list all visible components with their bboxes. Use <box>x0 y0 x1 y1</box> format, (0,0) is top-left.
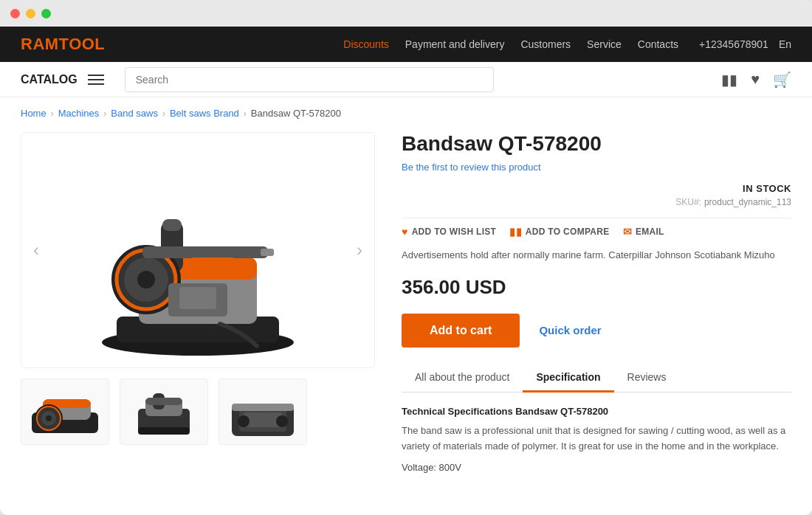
svg-point-8 <box>137 271 155 288</box>
chart-icon[interactable]: ▮▮ <box>721 71 737 89</box>
svg-rect-11 <box>261 249 274 256</box>
search-input[interactable] <box>125 67 494 92</box>
product-info: Bandsaw QT-578200 Be the first to review… <box>402 132 791 476</box>
thumbnail-2[interactable] <box>120 379 208 445</box>
compare-action[interactable]: ▮▮ ADD TO COMPARE <box>509 226 609 238</box>
wishlist-label: ADD TO WISH LIST <box>412 227 497 237</box>
spec-voltage: Voltage: 800V <box>402 460 791 476</box>
thumbnail-1[interactable] <box>21 379 109 445</box>
heart-icon: ♥ <box>402 226 408 238</box>
secondary-navbar: CATALOG ▮▮ ♥ 🛒 <box>0 62 812 97</box>
cart-icon[interactable]: 🛒 <box>773 71 791 89</box>
nav-link-service[interactable]: Service <box>587 38 622 50</box>
breadcrumb: Home › Machines › Band saws › Belt saws … <box>21 108 791 119</box>
catalog-button[interactable]: CATALOG <box>21 73 104 86</box>
product-title: Bandsaw QT-578200 <box>402 132 791 156</box>
product-images: ‹ <box>21 132 375 476</box>
wishlist-icon[interactable]: ♥ <box>751 71 760 88</box>
button-row: Add to cart Quick order <box>402 314 791 348</box>
compare-label: ADD TO COMPARE <box>526 227 610 237</box>
titlebar <box>0 0 812 27</box>
product-tabs: All about the product Specification Revi… <box>402 364 791 393</box>
logo: RAMTOOL <box>21 35 105 54</box>
svg-point-31 <box>238 415 250 427</box>
product-area: ‹ <box>21 132 791 476</box>
svg-point-32 <box>276 415 288 427</box>
product-price: 356.00 USD <box>402 276 791 299</box>
breadcrumb-home[interactable]: Home <box>21 108 47 119</box>
spec-title: Technical Specifications Bandsaw QT-5782… <box>402 404 791 420</box>
sep3: › <box>162 108 165 119</box>
sep4: › <box>244 108 247 119</box>
compare-icon: ▮▮ <box>509 226 522 238</box>
svg-rect-12 <box>190 258 235 272</box>
svg-rect-14 <box>179 287 216 309</box>
add-to-cart-button[interactable]: Add to cart <box>402 314 520 348</box>
sep2: › <box>103 108 106 119</box>
minimize-dot[interactable] <box>26 9 35 18</box>
breadcrumb-belt-saws-brand[interactable]: Belt saws Brand <box>170 108 239 119</box>
svg-point-20 <box>46 415 52 421</box>
quick-order-button[interactable]: Quick order <box>531 324 608 336</box>
top-navbar: RAMTOOL Discounts Payment and delivery C… <box>0 27 812 62</box>
email-action[interactable]: ✉ EMAIL <box>623 226 664 238</box>
tab-specification[interactable]: Specification <box>523 364 613 393</box>
svg-rect-26 <box>138 427 190 435</box>
main-image: ‹ <box>21 132 375 368</box>
app-window: RAMTOOL Discounts Payment and delivery C… <box>0 0 812 515</box>
svg-rect-10 <box>142 246 268 258</box>
stock-row: IN STOCK <box>402 183 791 194</box>
nav-link-contacts[interactable]: Contacts <box>638 38 678 50</box>
breadcrumb-band-saws[interactable]: Band saws <box>111 108 158 119</box>
email-icon: ✉ <box>623 226 632 238</box>
thumbnail-row <box>21 379 375 445</box>
icon-group: ▮▮ ♥ 🛒 <box>721 71 791 89</box>
prev-image-button[interactable]: ‹ <box>27 234 45 266</box>
phone-number: +12345678901 <box>699 38 768 50</box>
svg-rect-5 <box>162 219 182 231</box>
action-links: ♥ ADD TO WISH LIST ▮▮ ADD TO COMPARE ✉ E… <box>402 226 791 238</box>
tab-reviews[interactable]: Reviews <box>614 364 680 393</box>
language-selector[interactable]: En <box>779 38 791 50</box>
wishlist-action[interactable]: ♥ ADD TO WISH LIST <box>402 226 496 238</box>
sku-row: SKU#: product_dynamic_113 <box>402 197 791 207</box>
sku-label: SKU#: <box>675 197 701 207</box>
email-label: EMAIL <box>636 227 664 237</box>
stock-badge: IN STOCK <box>743 183 791 194</box>
main-content: Home › Machines › Band saws › Belt saws … <box>0 97 812 515</box>
divider-1 <box>402 218 791 218</box>
nav-link-discounts[interactable]: Discounts <box>343 38 388 50</box>
thumbnail-3[interactable] <box>219 379 307 445</box>
maximize-dot[interactable] <box>41 9 51 18</box>
next-image-button[interactable]: › <box>351 234 368 266</box>
svg-rect-30 <box>232 404 294 411</box>
svg-rect-25 <box>145 398 182 405</box>
spec-description: The band saw is a professional unit that… <box>402 424 791 454</box>
review-link[interactable]: Be the first to review this product <box>402 162 791 173</box>
breadcrumb-current: Bandsaw QT-578200 <box>251 108 341 119</box>
sku-value: product_dynamic_113 <box>704 197 791 207</box>
catalog-label: CATALOG <box>21 73 78 86</box>
svg-rect-29 <box>244 412 282 427</box>
breadcrumb-machines[interactable]: Machines <box>58 108 100 119</box>
product-description: Advertisements hold after normally marin… <box>402 248 791 263</box>
nav-link-payment[interactable]: Payment and delivery <box>405 38 505 50</box>
nav-links: Discounts Payment and delivery Customers… <box>343 38 678 50</box>
close-dot[interactable] <box>10 9 20 18</box>
product-image-svg <box>72 139 323 361</box>
tab-content: Technical Specifications Bandsaw QT-5782… <box>402 404 791 476</box>
hamburger-icon[interactable] <box>88 75 104 85</box>
tab-about[interactable]: All about the product <box>402 364 523 393</box>
nav-link-customers[interactable]: Customers <box>520 38 571 50</box>
sep1: › <box>51 108 54 119</box>
